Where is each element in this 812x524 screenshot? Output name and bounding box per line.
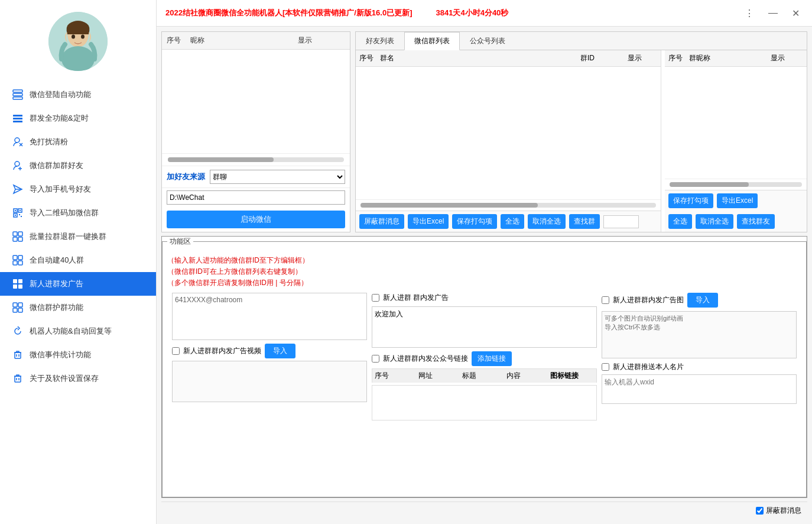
block-group-msg-btn[interactable]: 屏蔽群消息 bbox=[359, 214, 404, 229]
refresh-icon bbox=[12, 325, 24, 337]
find-group-input[interactable] bbox=[603, 215, 639, 228]
friend-source-label: 加好友来源 bbox=[167, 172, 205, 182]
find-group-btn[interactable]: 查找群 bbox=[569, 214, 600, 229]
friend-panel: 序号 昵称 显示 加好友来源 群聊 搜索 其他 bbox=[161, 31, 350, 232]
col-seq-header: 序号 bbox=[167, 35, 190, 46]
sidebar-item-mass-send[interactable]: 群发全功能&定时 bbox=[0, 106, 156, 130]
gcol-display: 显示 bbox=[628, 53, 657, 63]
tab-public-list[interactable]: 公众号列表 bbox=[460, 32, 515, 50]
svg-rect-46 bbox=[15, 376, 21, 382]
sidebar-item-auto-group40[interactable]: 全自动建40人群 bbox=[0, 248, 156, 272]
start-wechat-btn[interactable]: 启动微信 bbox=[167, 211, 345, 228]
friend-table-header: 序号 昵称 显示 bbox=[162, 32, 350, 50]
video-checkbox-label: 新人进群群内发广告视频 bbox=[183, 346, 261, 356]
grid3-icon bbox=[12, 254, 24, 266]
new-member-ad-checkbox-row: 新人进群 群内发广告 bbox=[372, 293, 597, 303]
save-public-checked-btn[interactable]: 保存打勾项 bbox=[668, 193, 713, 208]
func-center: 新人进群 群内发广告 欢迎加入 新人进群群内发公众号链接 添加链接 序号 bbox=[372, 293, 597, 489]
top-panel: 序号 昵称 显示 加好友来源 群聊 搜索 其他 bbox=[161, 31, 807, 232]
titlebar: 2022结社微商圈微信全功能机器人[本软件仅限营销推广/新版16.0已更新] 3… bbox=[157, 0, 812, 27]
trash-icon bbox=[12, 349, 24, 361]
sidebar-item-add-friends[interactable]: 微信群加群好友 bbox=[0, 154, 156, 177]
shield-msg-checkbox[interactable] bbox=[756, 507, 764, 515]
select-all-btn[interactable]: 全选 bbox=[501, 214, 524, 229]
svg-rect-35 bbox=[13, 279, 17, 283]
svg-point-11 bbox=[15, 138, 20, 143]
sidebar-item-wechat-login[interactable]: 微信登陆自动功能 bbox=[0, 83, 156, 106]
public-list-body[interactable] bbox=[665, 67, 807, 179]
sidebar-item-settings[interactable]: 关于及软件设置保存 bbox=[0, 367, 156, 390]
svg-point-3 bbox=[72, 35, 75, 39]
content-area: 序号 昵称 显示 加好友来源 群聊 搜索 其他 bbox=[157, 27, 812, 524]
gcol-id: 群ID bbox=[580, 53, 628, 63]
sidebar-label: 批量拉群退群一键换群 bbox=[30, 231, 106, 242]
svg-rect-42 bbox=[18, 308, 22, 312]
export-public-excel-btn[interactable]: 导出Excel bbox=[717, 193, 758, 208]
tab-friend-list[interactable]: 好友列表 bbox=[356, 32, 404, 50]
menu-button[interactable]: ⋮ bbox=[741, 7, 758, 20]
deselect-all-public-btn[interactable]: 取消全选 bbox=[696, 214, 733, 229]
svg-rect-6 bbox=[13, 93, 22, 96]
svg-rect-23 bbox=[20, 210, 21, 211]
sidebar-item-wechat-stats[interactable]: 微信事件统计功能 bbox=[0, 343, 156, 367]
sidebar-item-import-qr[interactable]: 导入二维码加微信群 bbox=[0, 201, 156, 225]
grid5-icon bbox=[12, 302, 24, 313]
friend-source-row: 加好友来源 群聊 搜索 其他 bbox=[162, 166, 350, 187]
pcol-seq: 序号 bbox=[668, 53, 689, 63]
add-link-btn[interactable]: 添加链接 bbox=[472, 351, 512, 366]
new-member-public-checkbox[interactable] bbox=[372, 355, 379, 363]
svg-rect-41 bbox=[13, 308, 17, 312]
sidebar-label: 新人进群发广告 bbox=[30, 279, 83, 289]
public-link-checkbox-row: 新人进群群内发公众号链接 添加链接 bbox=[372, 351, 597, 366]
new-member-video-checkbox[interactable] bbox=[172, 347, 180, 355]
sidebar-item-import-mobile[interactable]: 导入加手机号好友 bbox=[0, 177, 156, 201]
deselect-all-btn[interactable]: 取消全选 bbox=[528, 214, 566, 229]
new-member-ad-img-checkbox[interactable] bbox=[602, 296, 609, 304]
friend-source-select[interactable]: 群聊 搜索 其他 bbox=[210, 170, 345, 184]
friend-list-body[interactable] bbox=[162, 50, 350, 153]
svg-rect-43 bbox=[15, 352, 21, 358]
gcol-seq: 序号 bbox=[359, 53, 380, 63]
wechat-path-row bbox=[162, 187, 350, 207]
gcol-name: 群名 bbox=[380, 53, 580, 63]
video-import-btn[interactable]: 导入 bbox=[265, 344, 295, 358]
public-table-header: 序号 群昵称 显示 bbox=[665, 50, 807, 67]
group-id-input[interactable]: 641XXXX@chatroom bbox=[172, 293, 367, 340]
import-img-btn[interactable]: 导入 bbox=[687, 293, 718, 308]
video-section: 新人进群群内发广告视频 导入 bbox=[172, 344, 367, 402]
export-excel-btn[interactable]: 导出Excel bbox=[408, 214, 449, 229]
app-title: 2022结社微商圈微信全功能机器人[本软件仅限营销推广/新版16.0已更新] bbox=[165, 8, 413, 18]
send-icon bbox=[12, 183, 24, 195]
select-all-public-btn[interactable]: 全选 bbox=[668, 214, 692, 229]
sidebar-item-group-protect[interactable]: 微信群护群功能 bbox=[0, 296, 156, 319]
sidebar-label: 微信群加群好友 bbox=[30, 160, 83, 171]
public-link-section: 新人进群群内发公众号链接 添加链接 序号 网址 标题 内容 图标链接 bbox=[372, 351, 597, 421]
img-tip-text: 可多个图片自动识别gif动画 导入按Ctrl不放多选 bbox=[605, 315, 683, 331]
sidebar-item-clean-friends[interactable]: 免打扰清粉 bbox=[0, 130, 156, 154]
minimize-button[interactable]: — bbox=[765, 7, 781, 20]
avatar bbox=[48, 12, 108, 71]
plcol-seq: 序号 bbox=[375, 371, 418, 381]
welcome-textarea[interactable]: 欢迎加入 bbox=[372, 306, 597, 348]
group-table-header: 序号 群名 群ID 显示 bbox=[356, 50, 661, 67]
app-timer: 3841天4小时4分40秒 bbox=[436, 8, 509, 18]
wechat-path-input[interactable] bbox=[167, 190, 345, 205]
close-button[interactable]: ✕ bbox=[788, 7, 803, 20]
pcol-display: 显示 bbox=[771, 53, 803, 63]
tab-group-list[interactable]: 微信群列表 bbox=[404, 32, 460, 50]
new-member-card-checkbox[interactable] bbox=[602, 363, 609, 371]
find-friend-btn[interactable]: 查找群友 bbox=[737, 214, 775, 229]
wxid-input[interactable] bbox=[602, 374, 797, 404]
func-area-title: 功能区 bbox=[167, 237, 193, 247]
new-member-ad-checkbox[interactable] bbox=[372, 294, 379, 302]
sidebar-item-robot-reply[interactable]: 机器人功能&自动回复等 bbox=[0, 319, 156, 343]
square-icon bbox=[12, 207, 24, 219]
sidebar-item-batch-group[interactable]: 批量拉群退群一键换群 bbox=[0, 225, 156, 248]
group-list-body[interactable] bbox=[356, 67, 661, 199]
sidebar-label: 群发全功能&定时 bbox=[30, 113, 89, 124]
sidebar-item-new-member-ad[interactable]: 新人进群发广告 bbox=[0, 272, 156, 296]
ad-img-checkbox-row: 新人进群群内发广告图 导入 bbox=[602, 293, 797, 308]
func-body: 641XXXX@chatroom 新人进群群内发广告视频 导入 bbox=[167, 293, 801, 492]
save-checked-btn[interactable]: 保存打勾项 bbox=[452, 214, 497, 229]
svg-rect-25 bbox=[19, 214, 20, 215]
